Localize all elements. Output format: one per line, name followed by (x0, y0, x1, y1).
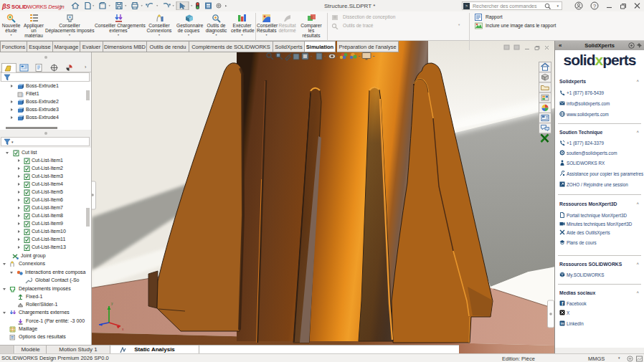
svg-text:?: ? (593, 3, 596, 9)
svg-text:in: in (561, 321, 564, 325)
